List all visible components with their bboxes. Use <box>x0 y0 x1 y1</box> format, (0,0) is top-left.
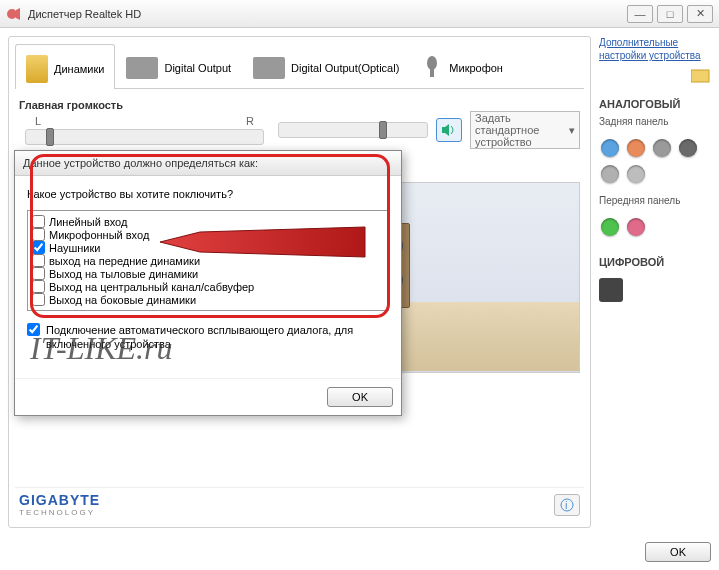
close-button[interactable]: ✕ <box>687 5 713 23</box>
default-device-select[interactable]: Задать стандартное устройство ▾ <box>470 111 580 149</box>
brand-sub: TECHNOLOGY <box>19 508 100 517</box>
tab-label: Digital Output <box>164 62 231 74</box>
speakers-icon <box>26 55 48 83</box>
device-option-checkbox[interactable] <box>32 293 45 306</box>
device-option[interactable]: Линейный вход <box>32 215 384 228</box>
tab-speakers[interactable]: Динамики <box>15 44 115 89</box>
device-type-dialog: Данное устройство должно определяться ка… <box>14 150 402 416</box>
audio-jack[interactable] <box>601 218 619 236</box>
device-option-checkbox[interactable] <box>32 267 45 280</box>
device-option[interactable]: Выход на тыловые динамики <box>32 267 384 280</box>
tab-label: Динамики <box>54 63 104 75</box>
analog-heading: АНАЛОГОВЫЙ <box>599 98 711 110</box>
digital-heading: ЦИФРОВОЙ <box>599 256 711 268</box>
maximize-button[interactable]: □ <box>657 5 683 23</box>
app-icon <box>6 6 22 22</box>
device-option-checkbox[interactable] <box>32 228 45 241</box>
device-option[interactable]: выход на передние динамики <box>32 254 384 267</box>
dialog-ok-button[interactable]: OK <box>327 387 393 407</box>
device-option-label: Линейный вход <box>49 216 127 228</box>
tab-label: Микрофон <box>449 62 503 74</box>
audio-jack[interactable] <box>627 139 645 157</box>
svg-point-1 <box>427 56 437 70</box>
left-label: L <box>35 115 41 127</box>
audio-jack[interactable] <box>653 139 671 157</box>
device-icon <box>253 57 285 79</box>
chevron-down-icon: ▾ <box>569 124 575 137</box>
device-option-label: Выход на боковые динамики <box>49 294 196 306</box>
device-option-checkbox[interactable] <box>32 254 45 267</box>
select-label: Задать стандартное устройство <box>475 112 569 148</box>
right-label: R <box>246 115 254 127</box>
device-option-label: Наушники <box>49 242 100 254</box>
sound-icon <box>441 123 457 137</box>
dialog-question: Какое устройство вы хотите поключить? <box>27 188 389 200</box>
svg-rect-2 <box>430 69 434 77</box>
tab-label: Digital Output(Optical) <box>291 62 399 74</box>
advanced-settings-link[interactable]: Дополнительные настройки устройства <box>599 36 711 62</box>
device-option[interactable]: Выход на боковые динамики <box>32 293 384 306</box>
device-icon <box>126 57 158 79</box>
audio-jack[interactable] <box>627 218 645 236</box>
digital-port-icon[interactable] <box>599 278 623 302</box>
window-title: Диспетчер Realtek HD <box>28 8 623 20</box>
front-panel-label: Передняя панель <box>599 195 711 206</box>
device-option-checkbox[interactable] <box>32 215 45 228</box>
volume-label: Главная громкость <box>19 99 580 111</box>
tab-digital[interactable]: Digital Output <box>115 43 242 88</box>
device-option-checkbox[interactable] <box>32 280 45 293</box>
device-option[interactable]: Наушники <box>32 241 384 254</box>
device-option[interactable]: Выход на центральный канал/сабвуфер <box>32 280 384 293</box>
volume-slider[interactable] <box>278 122 428 138</box>
info-icon: i <box>560 498 574 512</box>
minimize-button[interactable]: — <box>627 5 653 23</box>
side-panel: Дополнительные настройки устройства АНАЛ… <box>599 36 711 528</box>
balance-slider[interactable] <box>25 129 264 145</box>
device-option-checkbox[interactable] <box>32 241 45 254</box>
device-option-list: Линейный входМикрофонный входНаушникивых… <box>27 210 389 311</box>
audio-jack[interactable] <box>601 165 619 183</box>
main-ok-button[interactable]: OK <box>645 542 711 562</box>
device-option-label: Выход на центральный канал/сабвуфер <box>49 281 254 293</box>
tab-mic[interactable]: Микрофон <box>410 43 514 88</box>
info-button[interactable]: i <box>554 494 580 516</box>
tab-optical[interactable]: Digital Output(Optical) <box>242 43 410 88</box>
device-option[interactable]: Микрофонный вход <box>32 228 384 241</box>
audio-jack[interactable] <box>679 139 697 157</box>
mic-icon <box>421 55 443 81</box>
autopop-label: Подключение автоматического всплывающего… <box>46 323 389 352</box>
mute-button[interactable] <box>436 118 462 142</box>
front-jacks <box>599 212 711 242</box>
rear-jacks <box>599 133 711 189</box>
titlebar: Диспетчер Realtek HD — □ ✕ <box>0 0 719 28</box>
autopop-checkbox[interactable] <box>27 323 40 336</box>
device-option-label: Микрофонный вход <box>49 229 149 241</box>
dialog-title: Данное устройство должно определяться ка… <box>15 151 401 176</box>
svg-rect-5 <box>691 70 709 82</box>
device-tabs: Динамики Digital Output Digital Output(O… <box>15 43 584 89</box>
folder-icon[interactable] <box>691 68 711 84</box>
autopop-checkbox-row[interactable]: Подключение автоматического всплывающего… <box>27 323 389 352</box>
audio-jack[interactable] <box>601 139 619 157</box>
device-option-label: выход на передние динамики <box>49 255 200 267</box>
device-option-label: Выход на тыловые динамики <box>49 268 198 280</box>
audio-jack[interactable] <box>627 165 645 183</box>
svg-text:i: i <box>565 499 567 511</box>
brand-logo: GIGABYTE <box>19 492 100 508</box>
rear-panel-label: Задняя панель <box>599 116 711 127</box>
svg-point-0 <box>7 9 17 19</box>
